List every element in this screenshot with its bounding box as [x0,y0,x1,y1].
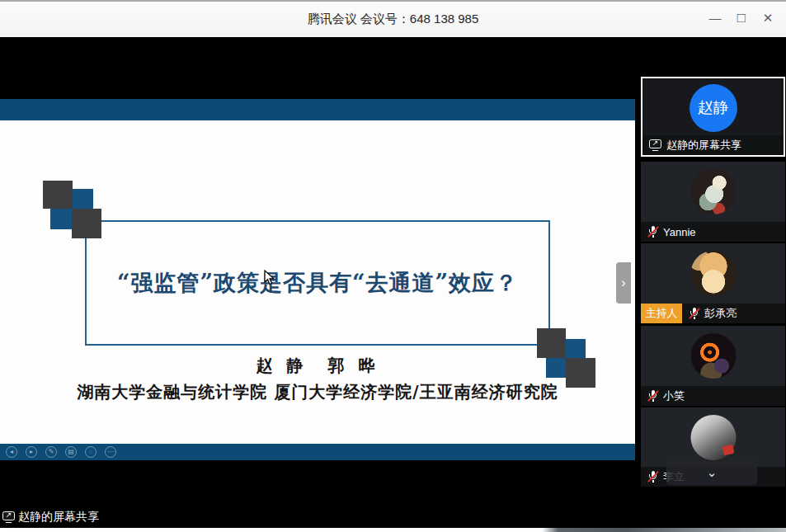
screen-share-icon: ↗ [649,139,661,151]
participant-tile-yannie[interactable]: Yannie [641,162,785,242]
host-badge: 主持人 [641,304,682,323]
hide-video-panel-toggle[interactable]: › [616,262,631,304]
screen-share-banner-label: 赵静的屏幕共享 [18,510,99,525]
participant-label: 小笑 [641,386,785,406]
shared-screen-view: “强监管”政策是否具有“去通道”效应？ 赵 静 郭 晔 湖南大学金融与统计学院 … [0,37,635,532]
next-slide-icon[interactable]: ▸ [26,446,37,458]
window-title: 腾讯会议 会议号：648 138 985 [308,12,479,27]
screen-share-icon: ↗ [2,511,15,523]
mouse-cursor [264,270,275,285]
magnifier-icon[interactable]: ◌ [85,446,96,458]
deco-square [43,181,73,209]
avatar-initials: 赵静 [698,97,729,119]
deco-square [50,209,72,229]
pen-icon[interactable]: ✎ [45,446,57,458]
participant-tile-xiaoxiao[interactable]: 小笑 [641,326,785,406]
mic-muted-icon [689,307,699,320]
participant-tile-screen-share[interactable]: 赵静 ↗ 赵静的屏幕共享 [641,77,785,157]
screen-share-banner: ↗ 赵静的屏幕共享 [2,508,99,526]
slide-panel-icon[interactable]: ▤ [65,446,77,458]
avatar: 赵静 [690,84,737,132]
previous-slide-icon[interactable]: ◂ [6,446,17,458]
mic-muted-icon [647,389,658,403]
avatar [690,169,736,214]
presenter-toolbar: ◂ ▸ ✎ ▤ ◌ ⋯ [0,444,635,460]
slide-authors: 赵 静 郭 晔 [0,355,635,377]
participant-label: ↗ 赵静的屏幕共享 [642,135,784,155]
participant-name: 彭承亮 [704,306,737,321]
presentation-slide: “强监管”政策是否具有“去通道”效应？ 赵 静 郭 晔 湖南大学金融与统计学院 … [0,120,635,444]
participant-name: 小笑 [663,388,685,403]
avatar [690,251,736,296]
meeting-main-area: “强监管”政策是否具有“去通道”效应？ 赵 静 郭 晔 湖南大学金融与统计学院 … [0,37,786,532]
avatar [690,415,736,460]
collapse-video-strip-button[interactable]: ⌄ [666,460,757,485]
participant-label: 主持人 彭承亮 [641,304,785,323]
mic-muted-icon [647,470,658,483]
participant-name: 赵静的屏幕共享 [666,138,741,153]
deco-square [73,189,93,209]
slide-title: “强监管”政策是否具有“去通道”效应？ [117,268,518,298]
slide-top-band [0,99,635,120]
window-bottom-edge [0,528,786,532]
deco-square [72,209,101,238]
deco-square [537,328,566,358]
window-controls: — □ ✕ [702,0,781,35]
participants-sidebar: 赵静 ↗ 赵静的屏幕共享 Yannie 主持人 [640,37,786,532]
slide-affiliation: 湖南大学金融与统计学院 厦门大学经济学院/王亚南经济研究院 [0,381,635,403]
avatar [690,333,736,379]
more-icon[interactable]: ⋯ [105,446,116,458]
participant-tile-host[interactable]: 主持人 彭承亮 [641,243,785,323]
mic-muted-icon [647,225,658,238]
minimize-button[interactable]: — [702,0,728,35]
maximize-button[interactable]: □ [728,0,755,35]
participant-name: Yannie [663,226,696,238]
slide-title-box: “强监管”政策是否具有“去通道”效应？ [85,220,550,346]
participant-label: Yannie [641,222,785,242]
titlebar: 腾讯会议 会议号：648 138 985 [0,2,786,37]
close-button[interactable]: ✕ [755,0,781,35]
